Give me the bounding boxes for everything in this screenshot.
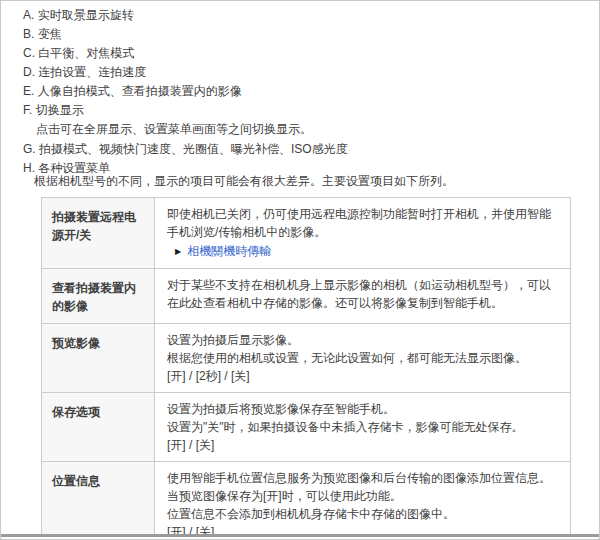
table-row: 位置信息 使用智能手机位置信息服务为预览图像和后台传输的图像添加位置信息。当预览… [42, 462, 571, 540]
table-row: 预览影像 设置为拍摄后显示影像。 根据您使用的相机或设置，无论此设置如何，都可能… [42, 324, 571, 393]
list-item-f: F. 切换显示 [23, 104, 348, 117]
list-item-g: G. 拍摄模式、视频快门速度、光圈值、曝光补偿、ISO感光度 [23, 143, 348, 156]
list-item-c: C. 白平衡、对焦模式 [23, 47, 348, 60]
table-row: 查看拍摄装置内的影像 对于某些不支持在相机机身上显示影像的相机（如运动相机型号）… [42, 269, 571, 324]
transfer-while-off-link[interactable]: 相機關機時傳輸 [187, 244, 271, 258]
setting-name-cell: 拍摄装置远程电源开/关 [42, 198, 155, 269]
related-link-line: ▶相機關機時傳輸 [167, 242, 558, 261]
setting-description-cell: 即使相机已关闭，仍可使用远程电源控制功能暂时打开相机，并使用智能手机浏览/传输相… [155, 198, 571, 269]
setting-name-cell: 查看拍摄装置内的影像 [42, 269, 155, 324]
list-item-a: A. 实时取景显示旋转 [23, 9, 348, 22]
description-line: 设置为拍摄后将预览影像保存至智能手机。 [167, 400, 558, 418]
description-line: 使用智能手机位置信息服务为预览图像和后台传输的图像添加位置信息。当预览图像保存为… [167, 469, 558, 505]
description-line: 位置信息不会添加到相机机身存储卡中存储的图像中。 [167, 505, 558, 523]
list-item-d: D. 连拍设置、连拍速度 [23, 66, 348, 79]
intro-paragraph: 根据相机型号的不同，显示的项目可能会有很大差异。主要设置项目如下所列。 [34, 173, 454, 190]
settings-table-wrap: 拍摄装置远程电源开/关 即使相机已关闭，仍可使用远程电源控制功能暂时打开相机，并… [41, 197, 571, 540]
setting-description-cell: 对于某些不支持在相机机身上显示影像的相机（如运动相机型号），可以在此处查看相机中… [155, 269, 571, 324]
table-row: 保存选项 设置为拍摄后将预览影像保存至智能手机。 设置为"关"时，如果拍摄设备中… [42, 393, 571, 462]
options-line: [开] / [2秒] / [关] [167, 367, 558, 385]
table-row: 拍摄装置远程电源开/关 即使相机已关闭，仍可使用远程电源控制功能暂时打开相机，并… [42, 198, 571, 269]
options-line: [开] / [关] [167, 436, 558, 454]
description-line: 设置为"关"时，如果拍摄设备中未插入存储卡，影像可能无处保存。 [167, 418, 558, 436]
manual-page: A. 实时取景显示旋转 B. 变焦 C. 白平衡、对焦模式 D. 连拍设置、连拍… [0, 0, 600, 540]
list-item-b: B. 变焦 [23, 28, 348, 41]
callout-list: A. 实时取景显示旋转 B. 变焦 C. 白平衡、对焦模式 D. 连拍设置、连拍… [23, 9, 348, 181]
settings-table: 拍摄装置远程电源开/关 即使相机已关闭，仍可使用远程电源控制功能暂时打开相机，并… [41, 197, 571, 540]
setting-description-cell: 设置为拍摄后显示影像。 根据您使用的相机或设置，无论此设置如何，都可能无法显示图… [155, 324, 571, 393]
description-line: 对于某些不支持在相机机身上显示影像的相机（如运动相机型号），可以在此处查看相机中… [167, 276, 558, 312]
description-line: 设置为拍摄后显示影像。 [167, 331, 558, 349]
link-arrow-icon: ▶ [175, 247, 181, 256]
setting-name-cell: 预览影像 [42, 324, 155, 393]
list-item-f-note: 点击可在全屏显示、设置菜单画面等之间切换显示。 [36, 123, 348, 136]
page-bottom-edge [1, 534, 599, 537]
setting-name-cell: 保存选项 [42, 393, 155, 462]
description-line: 即使相机已关闭，仍可使用远程电源控制功能暂时打开相机，并使用智能手机浏览/传输相… [167, 205, 558, 241]
description-line: 根据您使用的相机或设置，无论此设置如何，都可能无法显示图像。 [167, 349, 558, 367]
setting-name-cell: 位置信息 [42, 462, 155, 540]
setting-description-cell: 设置为拍摄后将预览影像保存至智能手机。 设置为"关"时，如果拍摄设备中未插入存储… [155, 393, 571, 462]
list-item-e: E. 人像自拍模式、查看拍摄装置内的影像 [23, 85, 348, 98]
setting-description-cell: 使用智能手机位置信息服务为预览图像和后台传输的图像添加位置信息。当预览图像保存为… [155, 462, 571, 540]
